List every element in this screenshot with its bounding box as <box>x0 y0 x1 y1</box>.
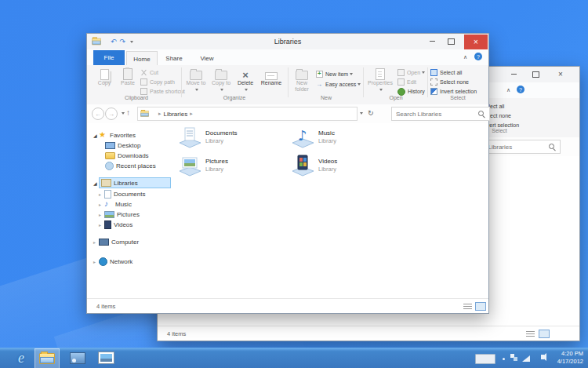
delete-button[interactable]: × Delete <box>234 67 256 93</box>
maximize-icon <box>448 38 455 45</box>
new-folder-button[interactable]: New folder <box>291 67 313 93</box>
sidebar-item-computer[interactable]: ▸ Computer <box>87 237 172 246</box>
back-button[interactable]: ← <box>92 107 104 120</box>
copy-to-button[interactable]: Copy to <box>209 67 233 93</box>
breadcrumb-path[interactable]: Libraries <box>164 111 188 118</box>
rename-button[interactable]: Rename <box>258 67 285 86</box>
tile-documents-library[interactable]: Documents Library <box>177 125 287 151</box>
collapsed-icon[interactable]: ▸ <box>99 191 104 197</box>
refresh-icon[interactable]: ↻ <box>368 109 374 117</box>
up-button[interactable]: ↑ <box>126 108 130 117</box>
thumbnails-view-button[interactable] <box>539 330 550 338</box>
details-view-button[interactable] <box>463 303 472 309</box>
move-to-button[interactable]: Move to <box>184 67 208 93</box>
ribbon-collapse-icon[interactable]: ∧ <box>506 87 510 93</box>
minimize-icon <box>430 41 435 42</box>
open-group-label: Open <box>366 95 426 100</box>
sidebar-item-music[interactable]: ▸ ♪ Music <box>87 199 177 209</box>
touch-keyboard-icon[interactable] <box>475 354 495 364</box>
forward-button[interactable]: → <box>105 107 118 120</box>
copy-button[interactable]: Copy <box>93 67 115 86</box>
tab-share[interactable]: Share <box>159 51 189 65</box>
volume-icon[interactable] <box>541 355 544 359</box>
delete-icon: × <box>242 70 249 80</box>
taskbar-photos-app-button[interactable] <box>94 348 118 367</box>
help-icon[interactable]: ? <box>517 86 524 93</box>
action-center-icon[interactable] <box>510 354 517 361</box>
desktop-icon <box>105 142 115 149</box>
maximize-icon <box>532 71 539 78</box>
maximize-button[interactable] <box>528 67 543 82</box>
network-icon[interactable] <box>522 355 530 362</box>
thumbnails-view-button[interactable] <box>475 302 486 311</box>
ribbon-collapse-icon[interactable]: ∧ <box>463 54 467 60</box>
videos-icon <box>104 220 111 229</box>
sidebar-item-favorites[interactable]: ◢ ★ Favorites <box>87 130 172 140</box>
taskbar-file-explorer-button[interactable] <box>34 348 60 368</box>
status-bar: 4 items <box>87 298 488 313</box>
pictures-icon <box>104 211 114 218</box>
file-explorer-icon <box>39 353 55 364</box>
easy-access-button[interactable]: → Easy access <box>316 80 361 89</box>
details-view-button[interactable] <box>526 330 535 337</box>
tile-videos-library[interactable]: Videos Library <box>290 153 400 180</box>
tile-pictures-library[interactable]: Pictures Library <box>177 153 287 180</box>
copy-path-button[interactable]: Copy path <box>140 78 175 86</box>
maximize-button[interactable] <box>443 34 459 49</box>
sidebar-item-recent-places[interactable]: Recent places <box>87 161 183 170</box>
properties-button[interactable]: Properties <box>366 67 394 93</box>
breadcrumb[interactable]: ▸ Libraries ▸ <box>137 107 358 121</box>
desktop-app-icon <box>70 352 85 364</box>
edit-button[interactable]: Edit <box>397 78 416 86</box>
sidebar-item-desktop[interactable]: Desktop <box>87 140 183 150</box>
minimize-button[interactable] <box>424 34 440 49</box>
pictures-library-icon <box>177 153 202 178</box>
taskbar-clock[interactable]: 4:20 PM 4/17/2012 <box>557 350 583 366</box>
select-none-icon <box>430 78 437 86</box>
taskbar: e 4:20 PM 4/17/2012 <box>0 348 588 368</box>
select-all-button[interactable]: Select all <box>430 68 462 77</box>
close-button[interactable]: × <box>464 35 488 49</box>
group-separator <box>181 67 182 97</box>
cut-button[interactable]: Cut <box>140 68 158 77</box>
collapsed-icon[interactable]: ▸ <box>99 202 104 207</box>
minimize-button[interactable] <box>506 67 521 82</box>
tab-file[interactable]: File <box>93 50 125 65</box>
new-item-button[interactable]: New item <box>316 70 353 78</box>
sidebar-item-downloads[interactable]: Downloads <box>87 151 183 160</box>
sidebar-item-documents[interactable]: ▸ Documents <box>87 189 177 199</box>
sidebar-item-pictures[interactable]: ▸ Pictures <box>87 210 177 219</box>
collapsed-icon[interactable]: ▸ <box>93 239 99 245</box>
address-dropdown-icon[interactable] <box>360 112 363 115</box>
minimize-icon <box>511 74 517 75</box>
tab-home[interactable]: Home <box>126 51 158 66</box>
sidebar-item-libraries[interactable]: ◢ Libraries <box>87 178 172 188</box>
organize-group-label: Organize <box>184 95 285 100</box>
collapsed-icon[interactable]: ▸ <box>93 259 99 264</box>
explorer-window-libraries[interactable]: ↶ ↷ Libraries × File Home Share View ∧ ?… <box>86 33 489 314</box>
sidebar-item-videos[interactable]: ▸ Videos <box>87 220 177 229</box>
open-button[interactable]: Open <box>397 68 425 77</box>
computer-icon <box>99 239 109 246</box>
group-separator <box>427 67 428 97</box>
crumb-separator-icon: ▸ <box>190 111 193 117</box>
copy-path-icon <box>140 78 147 86</box>
expanded-icon[interactable]: ◢ <box>93 133 99 138</box>
show-hidden-icons[interactable] <box>503 358 505 360</box>
taskbar-internet-explorer-button[interactable]: e <box>9 348 33 367</box>
search-input[interactable]: Search Libraries <box>391 107 490 121</box>
expanded-icon[interactable]: ◢ <box>93 180 99 186</box>
sidebar-item-network[interactable]: ▸ Network <box>87 257 172 266</box>
svg-text:♪: ♪ <box>298 127 307 144</box>
collapsed-icon[interactable]: ▸ <box>99 222 104 228</box>
tile-music-library[interactable]: ♪ Music Library <box>290 125 400 151</box>
tab-view[interactable]: View <box>192 51 222 65</box>
close-button[interactable]: × <box>553 67 568 82</box>
paste-button[interactable]: Paste <box>117 67 139 86</box>
ribbon-home: Copy Paste Cut Copy path Paste shortcut … <box>87 65 488 105</box>
collapsed-icon[interactable]: ▸ <box>99 212 104 217</box>
help-icon[interactable]: ? <box>474 53 482 60</box>
recent-locations-dropdown-icon[interactable] <box>122 112 125 115</box>
select-none-button[interactable]: Select none <box>430 78 469 86</box>
taskbar-desktop-app-button[interactable] <box>66 348 89 367</box>
